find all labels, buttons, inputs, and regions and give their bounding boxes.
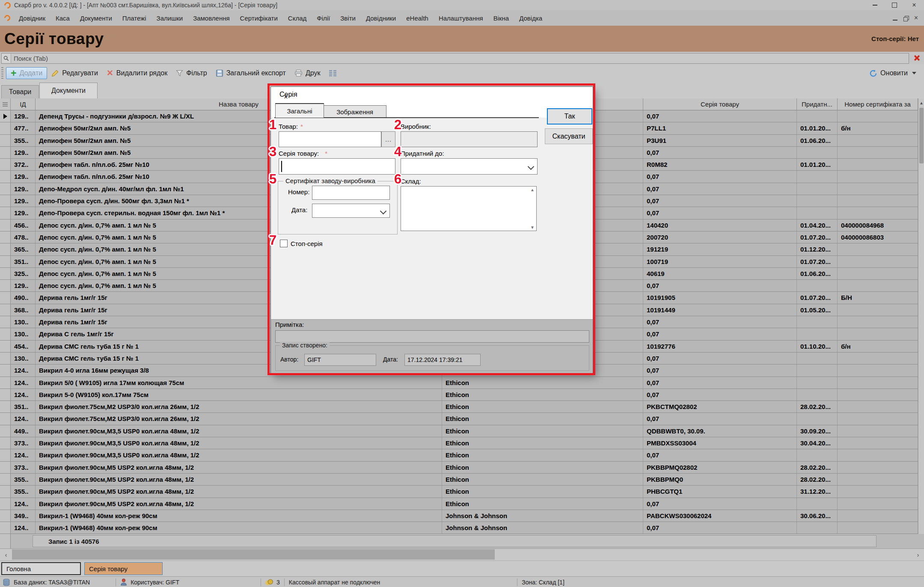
menu-item-10[interactable]: Довідники xyxy=(361,11,401,26)
menu-item-2[interactable]: Документи xyxy=(75,11,117,26)
menu-item-5[interactable]: Замовлення xyxy=(188,11,235,26)
export-button[interactable]: Загальний експорт xyxy=(211,68,290,79)
cert-number-input[interactable] xyxy=(312,186,390,200)
table-row[interactable]: 373..Викрил фиолет.90см,М5 USP2 кол.игла… xyxy=(0,462,918,474)
scroll-up-icon[interactable]: ▲ xyxy=(918,98,924,107)
column-header-6[interactable]: Номер сертифіката за xyxy=(838,98,918,110)
valid-until-combo[interactable] xyxy=(401,158,538,175)
horizontal-scroll-thumb[interactable] xyxy=(12,549,495,560)
search-input[interactable]: Поиск (Tab) xyxy=(1,53,909,64)
table-row[interactable]: 351..Викрил фиолет.75см,М2 USP3/0 кол.иг… xyxy=(0,401,918,413)
clear-search-button[interactable] xyxy=(912,53,922,63)
vertical-scrollbar[interactable]: ▲ ▼ xyxy=(918,98,924,548)
mdi-minimize-button[interactable] xyxy=(893,15,897,22)
menu-item-14[interactable]: Довідка xyxy=(514,11,547,26)
table-row[interactable]: 349..Викрил-1 (W9468) 40мм кол-реж 90смJ… xyxy=(0,510,918,522)
table-row[interactable]: 124..Викрил 5/0 ( W9105) игла 17мм колющ… xyxy=(0,377,918,389)
close-button[interactable]: × xyxy=(904,0,924,10)
scroll-left-icon[interactable]: ‹ xyxy=(0,548,12,560)
filter-button[interactable]: Фільтр xyxy=(172,68,211,79)
stop-series-checkbox[interactable] xyxy=(280,240,288,247)
cell-valid-until xyxy=(797,328,838,340)
current-row-icon xyxy=(3,114,7,119)
menu-item-9[interactable]: Звіти xyxy=(335,11,361,26)
mdi-restore-button[interactable] xyxy=(903,16,908,21)
cell-series: 0,07 xyxy=(643,316,797,328)
user-icon xyxy=(120,578,127,586)
menu-item-6[interactable]: Сертифікати xyxy=(235,11,283,26)
row-indicator-cell xyxy=(0,510,11,522)
cell-certificate xyxy=(838,195,918,207)
series-input[interactable] xyxy=(279,158,395,175)
open-windows-bar: Головна Серія товару xyxy=(0,560,924,577)
table-row[interactable]: 124..Викрил 5-0 (W9105) кол.17мм 75смEth… xyxy=(0,389,918,401)
status-bar: База даних: TASA3@TITAN Користувач: GIFT… xyxy=(0,576,924,587)
stock-textarea[interactable]: ▲▼ xyxy=(401,186,537,231)
mdi-close-button[interactable]: × xyxy=(914,14,918,22)
textarea-scrollbar[interactable]: ▲▼ xyxy=(529,187,535,230)
table-row[interactable]: 373..Викрил фиолет.90см,М3,5 USP0 кол.иг… xyxy=(0,437,918,449)
table-row[interactable]: 124..Викрил фиолет.90см,М5 USP2 кол.игла… xyxy=(0,498,918,510)
cell-manufacturer: Ethicon xyxy=(442,413,643,424)
cell-certificate xyxy=(838,413,918,424)
horizontal-scrollbar[interactable]: ‹ › xyxy=(0,548,924,560)
menu-item-12[interactable]: Налаштування xyxy=(434,11,488,26)
cell-certificate xyxy=(838,365,918,376)
scroll-up-icon[interactable]: ▲ xyxy=(530,187,535,192)
column-chooser-button[interactable] xyxy=(324,68,342,79)
table-row[interactable]: 124..Викрил фиолет.90см,М3,5 USP0 кол.иг… xyxy=(0,449,918,461)
print-button[interactable]: Друк xyxy=(290,68,325,79)
refresh-dropdown-icon[interactable] xyxy=(912,72,916,74)
column-header-1[interactable]: ІД xyxy=(11,98,36,110)
product-input[interactable] xyxy=(279,131,381,147)
dialog-tab-images[interactable]: Зображення xyxy=(323,105,386,118)
menu-item-0[interactable]: Довідник xyxy=(14,11,51,26)
scroll-right-icon[interactable]: › xyxy=(912,548,924,560)
cell-certificate xyxy=(838,207,918,219)
column-header-0[interactable] xyxy=(0,98,11,110)
footer-indicator-cell xyxy=(0,534,11,548)
cell-id: 351.. xyxy=(11,401,36,412)
cancel-button[interactable]: Скасувати xyxy=(545,128,593,144)
window-tab-home[interactable]: Головна xyxy=(1,562,81,575)
column-header-5[interactable]: Придатн... xyxy=(797,98,838,110)
cell-manufacturer: Ethicon xyxy=(442,486,643,497)
menu-item-1[interactable]: Каса xyxy=(51,11,75,26)
table-row[interactable]: 355..Викрил фиолет.90см,М5 USP2 кол.игла… xyxy=(0,474,918,486)
cert-date-label: Дата: xyxy=(291,206,307,213)
table-row[interactable]: 449..Викрил фиолет.90см,М3,5 USP0 кол.иг… xyxy=(0,425,918,437)
add-button[interactable]: + Додати xyxy=(6,67,47,79)
cell-valid-until: 30.06.20... xyxy=(797,510,838,522)
vertical-scroll-thumb[interactable] xyxy=(919,108,924,163)
dialog-tabstrip: Загальні Зображення xyxy=(271,103,593,118)
table-row[interactable]: 124..Викрил-1 (W9468) 40мм кол-реж 90смJ… xyxy=(0,522,918,534)
column-header-4[interactable]: Серія товару xyxy=(643,98,797,110)
menu-item-7[interactable]: Склад xyxy=(283,11,312,26)
tab-goods[interactable]: Товари xyxy=(1,85,39,98)
minimize-button[interactable] xyxy=(865,0,885,10)
delete-row-button[interactable]: ✕ Видалити рядок xyxy=(102,68,172,79)
dialog-tab-general[interactable]: Загальні xyxy=(275,103,324,118)
toolbar-grip[interactable] xyxy=(1,67,3,79)
cash-icon xyxy=(265,579,273,586)
menu-item-3[interactable]: Платежі xyxy=(117,11,152,26)
restore-button[interactable] xyxy=(885,0,904,10)
dialog-close-icon[interactable]: × xyxy=(279,91,292,104)
cert-date-combo[interactable] xyxy=(312,204,390,218)
cell-id: 129.. xyxy=(11,171,36,182)
window-tab-series[interactable]: Серія товару xyxy=(84,562,163,575)
ok-button[interactable]: Так xyxy=(547,108,592,125)
cell-id: 373.. xyxy=(11,462,36,473)
edit-button[interactable]: Редагувати xyxy=(47,68,102,79)
menu-item-11[interactable]: eHealth xyxy=(401,11,434,26)
menu-item-13[interactable]: Вікна xyxy=(488,11,514,26)
note-input[interactable] xyxy=(275,330,589,343)
tab-documents[interactable]: Документи xyxy=(39,83,98,98)
product-browse-button[interactable]: ... xyxy=(381,131,395,147)
menu-item-8[interactable]: Філії xyxy=(312,11,335,26)
table-row[interactable]: 355..Викрил фиолет.90см,М5 USP2 кол.игла… xyxy=(0,486,918,498)
table-row[interactable]: 124..Викрил фиолет.75см,М2 USP3/0 кол.иг… xyxy=(0,413,918,425)
menu-item-4[interactable]: Залишки xyxy=(152,11,188,26)
refresh-button[interactable]: Оновити xyxy=(869,69,924,77)
scroll-down-icon[interactable]: ▼ xyxy=(530,225,535,230)
